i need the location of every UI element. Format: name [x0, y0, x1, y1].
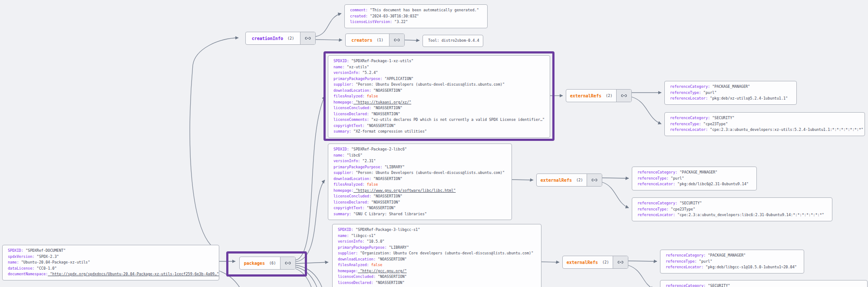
value: "xz-utils declares PD which is not curre…	[369, 117, 545, 122]
key: referenceCategory:	[666, 284, 706, 287]
key: homepage:	[333, 188, 353, 193]
key: name:	[333, 65, 345, 69]
node-creators[interactable]: creators (1)	[345, 33, 405, 47]
kv-row: supplier: "Organization: Ubuntu Core dev…	[338, 250, 538, 257]
key: primaryPackagePurpose:	[333, 165, 383, 169]
node-ref-libgcc-security[interactable]: referenceCategory: "SECURITY"	[660, 280, 868, 287]
link-icon	[617, 259, 624, 265]
edge-externalrefs2-sec	[602, 182, 629, 208]
value: "This document has been automatically ge…	[368, 8, 479, 12]
external-refs-count: (2)	[602, 260, 609, 264]
kv-row: referenceCategory: "PACKAGE_MANAGER"	[670, 84, 793, 90]
kv-row: Tool: distro2sbom-0.4.4	[428, 38, 479, 44]
node-package-libc6[interactable]: SPDXID: "SPDXRef-Package-2-libc6"name: "…	[328, 144, 512, 220]
value: "APPLICATION"	[383, 77, 414, 81]
value: "pkg:deb/libgcc-s1@10.5.0-1ubuntu1~20.04…	[703, 265, 797, 269]
value: false	[369, 263, 383, 267]
edge-externalrefs2-pm	[602, 178, 629, 178]
key: spdxVersion:	[8, 254, 34, 259]
key: homepage:	[333, 100, 353, 104]
packages-count: (6)	[269, 261, 276, 265]
edge-creators-tool	[405, 40, 419, 40]
kv-row: referenceLocator: "pkg:deb/libgcc-s1@10.…	[666, 264, 800, 270]
node-ref-xz-package-manager[interactable]: referenceCategory: "PACKAGE_MANAGER"refe…	[664, 81, 797, 105]
key: copyrightText:	[333, 206, 365, 210]
value: "SPDXRef-Package-1-xz-utils"	[349, 59, 413, 63]
key: referenceType:	[666, 259, 697, 264]
node-ref-libc6-security[interactable]: referenceCategory: "SECURITY"referenceTy…	[632, 197, 832, 221]
kv-row: referenceCategory: "SECURITY"	[637, 200, 828, 207]
key: licenseComments:	[333, 117, 369, 122]
value: "NOASSERTION"	[371, 88, 403, 93]
kv-row: licenseDeclared: "NOASSERTION"	[333, 200, 508, 206]
collapse-toggle[interactable]	[613, 256, 628, 268]
collapse-toggle[interactable]	[616, 90, 631, 102]
value: "NOASSERTION"	[365, 123, 396, 128]
key: versionInfo:	[333, 159, 360, 163]
graph-canvas[interactable]: SPDXID: "SPDXRef-DOCUMENT"spdxVersion: "…	[0, 0, 868, 287]
value: "cpe23Type"	[701, 122, 728, 126]
collapse-toggle[interactable]	[389, 34, 404, 46]
node-external-refs-libc6[interactable]: externalRefs (2)	[536, 174, 602, 187]
edge-libc6-externalrefs	[511, 180, 533, 180]
key: summary:	[333, 129, 351, 133]
collapse-toggle[interactable]	[280, 257, 295, 269]
key: referenceType:	[637, 176, 669, 180]
collapse-toggle[interactable]	[587, 174, 602, 186]
key: Tool:	[428, 38, 439, 43]
link-icon	[305, 35, 311, 41]
node-creation-info[interactable]: creationInfo (2)	[245, 32, 316, 45]
value: "LIBRARY"	[387, 245, 409, 250]
node-ref-libgcc-package-manager[interactable]: referenceCategory: "PACKAGE_MANAGER"refe…	[660, 250, 804, 274]
kv-row: documentNamespace: "http://spdx.org/spdx…	[8, 271, 215, 277]
value: "NOASSERTION"	[371, 106, 403, 110]
key: copyrightText:	[333, 123, 365, 128]
node-packages[interactable]: packages (6)	[239, 257, 296, 270]
kv-row: name: "libc6"	[333, 153, 508, 159]
external-refs-label: externalRefs	[570, 93, 601, 98]
node-package-xz-utils[interactable]: SPDXID: "SPDXRef-Package-1-xz-utils"name…	[328, 55, 550, 138]
value: "NOASSERTION"	[376, 274, 407, 279]
key: referenceType:	[670, 122, 701, 126]
node-ref-xz-security[interactable]: referenceCategory: "SECURITY"referenceTy…	[664, 112, 865, 136]
key: filesAnalyzed:	[333, 94, 365, 98]
value: "SPDXRef-Package-2-libc6"	[349, 147, 407, 151]
kv-row: primaryPackagePurpose: "LIBRARY"	[333, 164, 508, 170]
value: "NOASSERTION"	[365, 206, 396, 210]
kv-row: SPDXID: "SPDXRef-Package-1-xz-utils"	[333, 58, 546, 64]
key: SPDXID:	[8, 248, 23, 253]
value: "SECURITY"	[706, 284, 730, 287]
kv-row: referenceCategory: "PACKAGE_MANAGER"	[666, 253, 800, 259]
kv-row: referenceLocator: "cpe:2.3:a:ubuntu_deve…	[637, 212, 828, 218]
edge-packages-xz	[296, 96, 325, 260]
kv-row: licenseDeclared: "NOASSERTION"	[338, 280, 538, 286]
value: "NOASSERTION"	[373, 280, 405, 285]
node-package-libgcc-s1[interactable]: SPDXID: "SPDXRef-Package-3-libgcc-s1"nam…	[332, 224, 541, 287]
kv-row: copyrightText: "NOASSERTION"	[333, 123, 546, 129]
value: "2024-03-30T16:30:03Z"	[368, 14, 419, 18]
key: versionInfo:	[338, 239, 364, 244]
kv-row: versionInfo: "2.31"	[333, 158, 508, 164]
value: "10.5.0"	[364, 239, 384, 244]
collapse-toggle[interactable]	[300, 32, 315, 44]
key: referenceCategory:	[637, 170, 677, 174]
external-refs-count: (2)	[606, 93, 612, 98]
node-creation-details[interactable]: comment: "This document has been automat…	[344, 4, 488, 28]
node-ref-libc6-package-manager[interactable]: referenceCategory: "PACKAGE_MANAGER"refe…	[632, 167, 757, 190]
node-spdx-document[interactable]: SPDXID: "SPDXRef-DOCUMENT"spdxVersion: "…	[2, 245, 219, 280]
node-external-refs-libgcc[interactable]: externalRefs (2)	[562, 256, 628, 269]
node-external-refs-xz[interactable]: externalRefs (2)	[566, 89, 632, 102]
key: referenceLocator:	[637, 213, 675, 217]
kv-row: referenceType: "cpe23Type"	[637, 207, 828, 213]
value: "SECURITY"	[710, 116, 734, 120]
key: name:	[333, 153, 345, 157]
kv-row: referenceCategory: "SECURITY"	[670, 115, 861, 121]
node-tool[interactable]: Tool: distro2sbom-0.4.4	[422, 35, 483, 47]
external-refs-label: externalRefs	[567, 260, 598, 265]
value: "PACKAGE_MANAGER"	[710, 84, 750, 89]
kv-row: versionInfo: "10.5.0"	[338, 239, 538, 245]
kv-row: licenseDeclared: "NOASSERTION"	[333, 111, 546, 117]
value: "2.31"	[360, 159, 376, 163]
value: "xz-utils"	[345, 65, 369, 69]
value: false	[365, 182, 378, 187]
